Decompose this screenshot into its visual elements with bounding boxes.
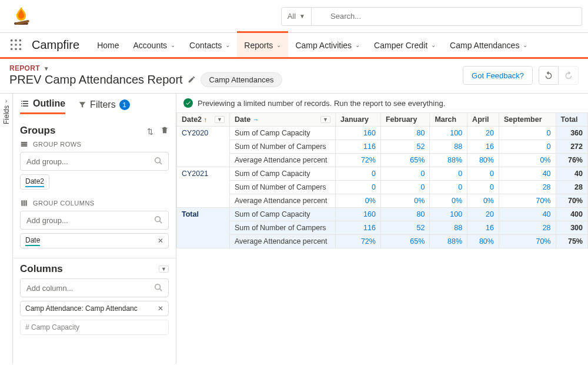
tab-filters[interactable]: Filters 1 <box>78 99 130 114</box>
tab-outline[interactable]: Outline <box>20 98 65 114</box>
svg-point-7 <box>11 44 13 46</box>
chevron-down-icon[interactable]: ▼ <box>215 116 225 123</box>
data-cell: 16 <box>467 221 499 235</box>
col-header-month[interactable]: April <box>467 113 499 127</box>
row-total-cell: 272 <box>556 140 587 154</box>
nav-item-reports[interactable]: Reports ⌄ <box>237 31 288 57</box>
col-header-month[interactable]: March <box>430 113 467 127</box>
app-name: Campfire <box>32 38 79 52</box>
chevron-down-icon: ▼ <box>299 13 305 19</box>
report-table: Date2 ↑ ▼ Date → ▼ January February Marc… <box>176 112 588 248</box>
chevron-down-icon: ⌄ <box>523 42 527 48</box>
column-chip-label: Camp Attendance: Camp Attendanc <box>25 304 138 313</box>
data-cell: 0% <box>499 154 556 167</box>
data-cell: 0 <box>430 167 467 181</box>
page-header: REPORT ▼ PREV Camp Attendances Report Ca… <box>0 59 588 94</box>
breadcrumb[interactable]: REPORT ▼ <box>9 64 49 72</box>
nav-item-camp-attendances[interactable]: Camp Attendances ⌄ <box>443 32 534 58</box>
data-cell: 80 <box>380 208 429 221</box>
nav-item-contacts[interactable]: Contacts ⌄ <box>182 32 237 58</box>
group-cell: CY2021 <box>177 167 230 208</box>
feedback-button[interactable]: Got Feedback? <box>463 66 533 85</box>
add-group-row-input[interactable]: Add group... <box>20 152 169 171</box>
column-chip[interactable]: # Camp Capacity <box>20 320 169 335</box>
add-group-col-placeholder: Add group... <box>26 216 68 225</box>
search-input[interactable] <box>312 7 582 26</box>
report-type-pill[interactable]: Camp Attendances <box>201 72 283 87</box>
data-cell: 52 <box>380 221 429 235</box>
add-column-input[interactable]: Add column... <box>20 278 169 297</box>
metric-label: Sum of Number of Campers <box>230 221 336 235</box>
navbar: Campfire HomeAccounts ⌄Contacts ⌄Reports… <box>0 33 588 59</box>
col-header-month[interactable]: January <box>336 113 381 127</box>
group-row-chip[interactable]: Date2 <box>20 174 49 190</box>
undo-button[interactable] <box>539 66 559 85</box>
group-col-chip[interactable]: Date ✕ <box>20 233 169 248</box>
data-cell: 0 <box>499 127 556 140</box>
metric-label: Sum of Camp Capacity <box>230 167 336 181</box>
data-cell: 20 <box>467 127 499 140</box>
data-cell: 72% <box>336 235 381 248</box>
svg-point-17 <box>155 284 161 289</box>
swap-icon[interactable]: ⇅ <box>147 127 153 136</box>
chevron-down-icon: ▼ <box>44 65 49 72</box>
metric-label: Average Attendance percent <box>230 235 336 248</box>
delete-icon[interactable] <box>161 127 169 136</box>
group-col-chip-label: Date <box>25 236 40 246</box>
svg-line-16 <box>160 221 162 223</box>
col-header-month[interactable]: February <box>380 113 429 127</box>
chevron-right-icon: › <box>5 97 8 104</box>
close-icon[interactable]: ✕ <box>158 237 163 245</box>
svg-point-6 <box>19 39 22 41</box>
group-rows-label: GROUP ROWS <box>33 141 81 148</box>
chevron-down-icon: ⌄ <box>431 42 436 48</box>
data-cell: 0 <box>467 167 499 181</box>
column-chip[interactable]: Camp Attendance: Camp Attendanc ✕ <box>20 301 169 316</box>
data-cell: 100 <box>430 127 467 140</box>
svg-point-15 <box>155 216 161 221</box>
col-header-date2[interactable]: Date2 ↑ ▼ <box>177 113 230 127</box>
data-cell: 72% <box>336 154 381 167</box>
search-scope-dropdown[interactable]: All ▼ <box>281 7 312 26</box>
search-icon <box>154 283 162 293</box>
chevron-down-icon[interactable]: ▼ <box>320 116 330 123</box>
svg-line-18 <box>160 288 162 291</box>
metric-label: Sum of Camp Capacity <box>230 208 336 221</box>
row-total-cell: 76% <box>556 154 587 167</box>
app-logo <box>9 5 33 28</box>
data-cell: 40 <box>499 167 556 181</box>
filter-count-badge: 1 <box>119 99 130 110</box>
metric-label: Average Attendance percent <box>230 194 336 208</box>
data-cell: 0% <box>380 194 429 208</box>
nav-item-camp-activities[interactable]: Camp Activities ⌄ <box>288 32 367 58</box>
data-cell: 80 <box>380 127 429 140</box>
columns-menu-button[interactable]: ▼ <box>159 266 169 273</box>
success-icon <box>183 98 193 108</box>
data-cell: 0% <box>430 194 467 208</box>
data-cell: 0 <box>467 181 499 194</box>
col-header-month[interactable]: September <box>499 113 556 127</box>
data-cell: 116 <box>336 140 381 154</box>
nav-item-accounts[interactable]: Accounts ⌄ <box>126 32 183 58</box>
data-cell: 100 <box>430 208 467 221</box>
app-launcher-icon[interactable] <box>9 38 24 52</box>
chevron-down-icon: ⌄ <box>355 42 360 48</box>
nav-item-home[interactable]: Home <box>90 32 126 58</box>
fields-rail[interactable]: › Fields <box>0 94 13 364</box>
redo-button[interactable] <box>559 66 579 85</box>
close-icon[interactable]: ✕ <box>158 304 163 313</box>
row-total-cell: 28 <box>556 181 587 194</box>
page-title: PREV Camp Attendances Report <box>9 73 183 87</box>
data-cell: 88% <box>430 235 467 248</box>
col-header-date[interactable]: Date → ▼ <box>230 113 336 127</box>
group-row-chip-label: Date2 <box>25 177 44 187</box>
nav-item-camper-credit[interactable]: Camper Credit ⌄ <box>367 32 443 58</box>
add-group-col-input[interactable]: Add group... <box>20 211 169 230</box>
preview-banner: Previewing a limited number of records. … <box>176 94 588 112</box>
edit-icon[interactable] <box>188 73 196 87</box>
data-cell: 28 <box>499 221 556 235</box>
preview-banner-text: Previewing a limited number of records. … <box>198 99 445 108</box>
col-header-total[interactable]: Total <box>556 113 587 127</box>
svg-point-5 <box>15 39 17 41</box>
data-cell: 0 <box>336 167 381 181</box>
